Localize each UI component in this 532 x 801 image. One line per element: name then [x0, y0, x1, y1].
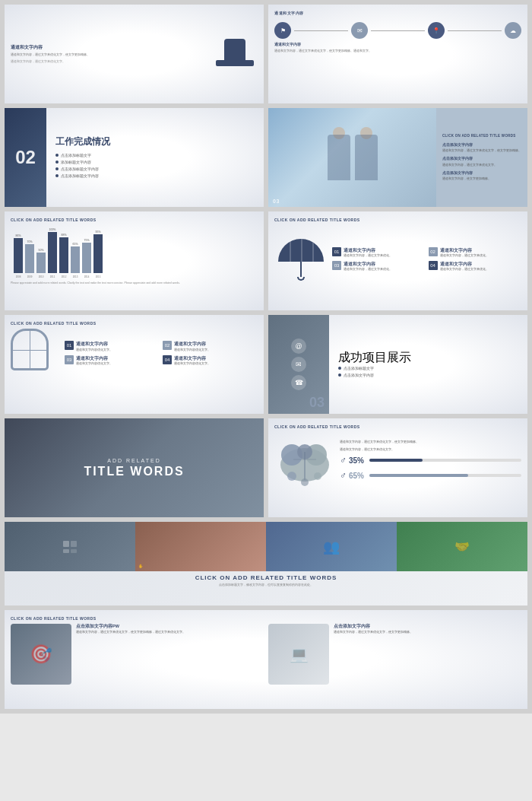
bullet-dot-3 [55, 167, 59, 170]
icon-network: ⚑ ✉ 📍 ☁ [274, 22, 521, 39]
slide2-header: 通道和文字内容 [274, 11, 521, 15]
slide-6[interactable]: CLICK ON ADD RELATED TITLE WORDS 01 [268, 211, 527, 310]
mail-icon: ✉ [291, 357, 306, 372]
svg-point-6 [287, 472, 296, 481]
slide12-item-1: 点击添加文字内容PW 通道和文字内容，通过文字来优化文字，使文字更加精炼，通过文… [76, 624, 264, 634]
umbrella-item-2: 02 通道和文字内容 通道和文字内容，通过文字来优化。 [429, 247, 522, 258]
slide8-dot-1 [338, 367, 341, 370]
slide8-photo: @ ✉ ☎ 03 [268, 315, 329, 414]
stat-bar-35 [369, 459, 423, 462]
bullet-dot-1 [55, 154, 59, 157]
slide-11[interactable]: ✋ 👥 🤝 CLICK ON ADD RELATED TITLE WORDS 点… [5, 522, 527, 606]
slide12-text-area-2: 点击添加文字内容 通道和文字内容，通过文字来优化文字，使文字更加精炼。 [334, 624, 521, 685]
slide8-title: 成功项目展示 [338, 350, 518, 366]
connector [294, 30, 348, 31]
brain-svg [277, 438, 334, 488]
keyboard-overlay: ADD RELATED TITLE WORDS [84, 458, 184, 478]
slide11-subtext: 点击添加标题文字，修改文字内容，也可以直接复制你的内容在此处。 [11, 583, 521, 587]
connector3 [448, 30, 502, 31]
puzzle-items: 01 通道和文字内容 通道和文字内容优化文字。 02 通道和文字内容 通道和文字… [65, 341, 258, 366]
slide-12[interactable]: CLICK ON ADD RELATED TITLE WORDS 🎯 点击添加文… [5, 610, 527, 709]
slide11-big-title: CLICK ON ADD RELATED TITLE WORDS [11, 574, 521, 581]
slide-8[interactable]: @ ✉ ☎ 03 成功项目展示 点击添加标题文字 点击添加文字内容 [268, 315, 527, 414]
slide4-number-label: 03 [273, 199, 280, 204]
stat-bar-65 [369, 474, 468, 477]
bullet-1: 点击添加标题文字 [55, 153, 255, 157]
slide4-text-1: 点击添加文字内容 通道和文字内容，通过文字来优化文字，使文字更加精炼。 [442, 142, 521, 154]
slide8-bullet-1: 点击添加标题文字 [338, 366, 518, 370]
chart-footer: Please appreciate and add more related w… [11, 281, 258, 285]
umbrella-visual [274, 229, 328, 290]
puzzle-item-3: 03 通道和文字内容 通道和文字内容优化文字。 [65, 355, 160, 366]
hat-top [224, 39, 245, 60]
keyboard-title-small: ADD RELATED [84, 458, 184, 463]
bullet-2: 添加标题文字内容 [55, 160, 255, 164]
handshake-visual [268, 108, 436, 207]
slide-7[interactable]: CLICK ON ADD RELATED TITLE WORDS 01 通道和文… [5, 315, 264, 414]
mini-photo-3: 👥 [266, 522, 397, 571]
person-body-1 [328, 135, 350, 180]
slide3-number: 02 [15, 147, 36, 168]
bar-2015: 95% 2015 [93, 230, 103, 278]
slide12-photo-left: 🎯 [11, 624, 71, 685]
bar-2013: 65% 2013 [71, 243, 80, 278]
bullet-4: 点击添加标题文字内容 [55, 173, 255, 178]
umbrella-item-3: 03 通道和文字内容 通道和文字内容，通过文字来优化。 [332, 261, 426, 272]
slide10-header: CLICK ON ADD RELATED TITLE WORDS [274, 424, 521, 429]
slide12-text-area: 点击添加文字内容PW 通道和文字内容，通过文字来优化文字，使文字更加精炼，通过文… [76, 624, 264, 685]
bar-2010: 50% 2010 [36, 249, 46, 278]
svg-point-8 [301, 478, 309, 486]
bar-2011: 100% 2011 [48, 228, 57, 278]
slide1-text: 通道和文字内容 通道和文字内容，通过文字来优化文字，使文字更加精炼。 通道和文字… [11, 44, 212, 64]
slide12-photo-right: 💻 [268, 624, 329, 685]
main-grid: 通道和文字内容 通道和文字内容，通过文字来优化文字，使文字更加精炼。 通道和文字… [0, 0, 532, 714]
umbrella-item-1: 01 通道和文字内容 通道和文字内容，通过文字来优化。 [332, 247, 426, 258]
person-icon-1: ♂ [340, 455, 347, 466]
slide-10[interactable]: CLICK ON ADD RELATED TITLE WORDS [268, 418, 527, 517]
keyboard-title-big: TITLE WORDS [84, 465, 184, 478]
slide-9[interactable]: ADD RELATED TITLE WORDS [5, 418, 264, 517]
phone-icon: ☎ [291, 375, 306, 390]
puzzle-head-visual [11, 329, 60, 378]
svg-point-7 [314, 472, 321, 480]
slide11-title-section: CLICK ON ADD RELATED TITLE WORDS 点击添加标题文… [5, 571, 527, 589]
slide7-header: CLICK ON ADD RELATED TITLE WORDS [11, 321, 258, 326]
mini-photo-1 [5, 522, 135, 571]
bar-chart: 86% 2008 70% 2009 50% 2010 100% [11, 225, 258, 278]
puzzle-layout: 01 通道和文字内容 通道和文字内容优化文字。 02 通道和文字内容 通道和文字… [11, 329, 258, 378]
umbrella-canopy [278, 239, 324, 262]
bar-2009: 70% 2009 [25, 240, 34, 278]
flag-icon: ⚑ [274, 22, 291, 39]
brain-layout: 通道和文字内容，通过文字来优化文字，使文字更加精炼。 通道和文字内容，通过文字来… [274, 432, 521, 493]
umbrella-item-4: 04 通道和文字内容 通道和文字内容，通过文字来优化。 [429, 261, 522, 272]
umbrella-layout: 01 通道和文字内容 通道和文字内容，通过文字来优化。 02 通道和文字内容 通… [274, 225, 521, 294]
head-outline [11, 329, 49, 370]
puzzle-grid-v [30, 331, 30, 368]
hat-figure [212, 39, 258, 69]
umbrella-hook [297, 277, 305, 281]
stats-items: 通道和文字内容，通过文字来优化文字，使文字更加精炼。 通道和文字内容，通过文字来… [340, 440, 521, 485]
slide-5[interactable]: CLICK ON ADD RELATED TITLE WORDS 86% 200… [5, 211, 264, 310]
map-pin-icon: 📍 [428, 22, 445, 39]
umbrella-items: 01 通道和文字内容 通道和文字内容，通过文字来优化。 02 通道和文字内容 通… [332, 247, 521, 272]
slide8-bullet-2: 点击添加文字内容 [338, 373, 518, 377]
mini-photo-4: 🤝 [397, 522, 527, 571]
slide6-header: CLICK ON ADD RELATED TITLE WORDS [274, 218, 521, 222]
bar-2012: 88% 2012 [59, 234, 68, 278]
at-icon: @ [291, 339, 306, 354]
slide11-photos: ✋ 👥 🤝 [5, 522, 527, 571]
slide-3[interactable]: 02 工作完成情况 点击添加标题文字 添加标题文字内容 点击添加标题文字内容 [5, 108, 264, 207]
slide-4[interactable]: 03 CLICK ON ADD RELATED TITLE WORDS 点击添加… [268, 108, 527, 207]
person-body-2 [355, 135, 378, 180]
bullet-dot-4 [55, 174, 59, 177]
target-layout: 🎯 点击添加文字内容PW 通道和文字内容，通过文字来优化文字，使文字更加精炼，通… [11, 624, 521, 685]
slide4-text-3: 点击添加文字内容 通道和文字内容，使文字更加精炼。 [442, 170, 521, 182]
slide3-photo: 02 [5, 108, 46, 207]
slide-1[interactable]: 通道和文字内容 通道和文字内容，通过文字来优化文字，使文字更加精炼。 通道和文字… [5, 5, 264, 103]
slide-2[interactable]: 通道和文字内容 ⚑ ✉ 📍 ☁ 通道和文字内容 通道和文字内容，通过文字来优化文… [268, 5, 527, 103]
email-icon: ✉ [351, 22, 368, 39]
puzzle-item-2: 02 通道和文字内容 通道和文字内容优化文字。 [163, 341, 258, 351]
bullet-3: 点击添加标题文字内容 [55, 167, 255, 171]
stat-65: ♂ 65% [340, 470, 521, 481]
slide3-content: 工作完成情况 点击添加标题文字 添加标题文字内容 点击添加标题文字内容 点击添加… [46, 108, 264, 207]
